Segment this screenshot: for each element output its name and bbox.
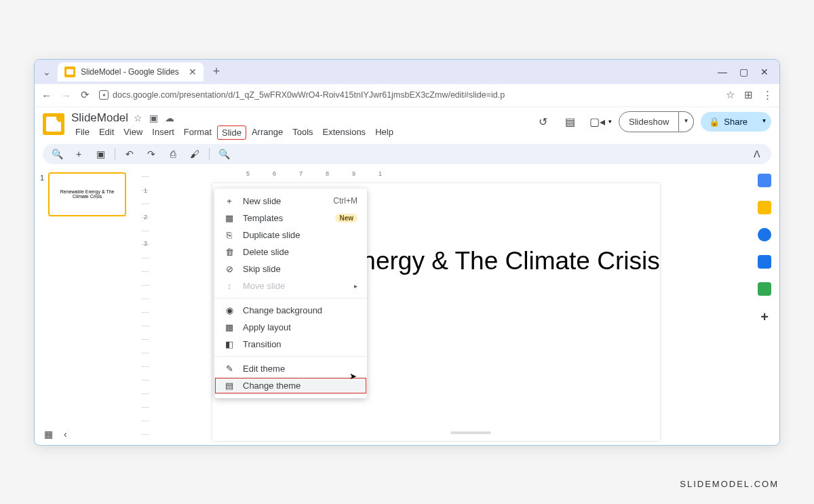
share-button[interactable]: 🔒 Share [701, 112, 757, 132]
redo-icon[interactable]: ↷ [144, 147, 159, 161]
calendar-icon[interactable] [758, 174, 771, 187]
browser-window: ⌄ SlideModel - Google Slides ✕ + — ▢ ✕ ←… [34, 59, 780, 446]
contacts-icon[interactable] [758, 255, 771, 269]
new-slide-icon[interactable]: + [71, 147, 86, 161]
tab-title: SlideModel - Google Slides [81, 67, 179, 77]
slideshow-button[interactable]: Slideshow [619, 111, 679, 132]
trash-icon: 🗑 [224, 247, 235, 257]
share-dropdown[interactable]: ▾ [757, 112, 771, 132]
meet-icon[interactable]: ▢◂ [587, 111, 607, 132]
footer-controls: ▦ ‹ [44, 429, 67, 440]
layout-icon[interactable]: ▣ [93, 147, 108, 161]
skip-icon: ⊘ [224, 264, 235, 274]
menu-edit-theme[interactable]: ✎ Edit theme [214, 360, 367, 377]
undo-icon[interactable]: ↶ [122, 147, 137, 161]
menu-apply-layout[interactable]: ▦ Apply layout [214, 319, 367, 336]
browser-tab[interactable]: SlideModel - Google Slides ✕ [58, 62, 204, 81]
watermark: SLIDEMODEL.COM [680, 479, 779, 489]
menu-slide[interactable]: Slide [217, 125, 246, 140]
lock-icon: 🔒 [709, 117, 720, 127]
menu-insert[interactable]: Insert [148, 125, 178, 140]
slide-thumbnail[interactable]: Renewable Energy & The Climate Crisis [48, 172, 126, 216]
browser-tabbar: ⌄ SlideModel - Google Slides ✕ + — ▢ ✕ [35, 60, 779, 84]
layout-grid-icon: ▦ [224, 322, 235, 332]
menu-view[interactable]: View [119, 125, 147, 140]
back-button[interactable]: ← [41, 90, 52, 101]
menu-delete-slide[interactable]: 🗑 Delete slide [214, 244, 367, 260]
slideshow-dropdown[interactable]: ▾ [679, 111, 694, 132]
expand-toolbar-icon[interactable]: ᐱ [750, 147, 764, 161]
menu-arrange[interactable]: Arrange [248, 125, 287, 140]
menu-tools[interactable]: Tools [288, 125, 317, 140]
menu-move-slide: ↕ Move slide ▸ [214, 277, 367, 294]
transition-icon: ◧ [224, 339, 235, 349]
menu-templates[interactable]: ▦ Templates New [214, 210, 367, 227]
menu-extensions[interactable]: Extensions [319, 125, 370, 140]
address-bar: ← → ⟳ ✦ docs.google.com/presentation/d/1… [35, 84, 779, 107]
extensions-icon[interactable]: ⊞ [744, 89, 753, 101]
menu-change-theme[interactable]: ▤ Change theme [214, 377, 367, 394]
slides-favicon-icon [64, 66, 75, 77]
tab-search-icon[interactable]: ⌄ [40, 65, 54, 79]
url-text: docs.google.com/presentation/d/1_qZ_5wFR… [113, 90, 505, 100]
document-title[interactable]: SlideModel [71, 111, 128, 125]
palette-icon: ✎ [224, 364, 235, 374]
duplicate-icon: ⎘ [224, 230, 235, 240]
history-icon[interactable]: ↺ [532, 111, 553, 132]
workspace: 1 Renewable Energy & The Climate Crisis … [35, 168, 779, 444]
comments-icon[interactable]: ▤ [560, 111, 580, 132]
maps-icon[interactable] [758, 282, 771, 296]
menu-edit[interactable]: Edit [95, 125, 118, 140]
reload-button[interactable]: ⟳ [81, 89, 90, 101]
paint-format-icon[interactable]: 🖌 [187, 147, 202, 161]
minimize-button[interactable]: — [718, 66, 727, 77]
meet-dropdown-icon[interactable]: ▾ [608, 118, 612, 125]
bookmark-icon[interactable]: ☆ [726, 89, 735, 101]
menu-transition[interactable]: ◧ Transition [214, 336, 367, 353]
menu-separator [214, 356, 367, 357]
close-tab-icon[interactable]: ✕ [189, 66, 197, 77]
prev-slide-icon[interactable]: ‹ [64, 429, 67, 440]
forward-button: → [61, 90, 71, 101]
move-slide-icon: ↕ [224, 281, 235, 291]
menu-bar: File Edit View Insert Format Slide Arran… [71, 125, 398, 140]
tasks-icon[interactable] [758, 228, 771, 241]
submenu-arrow-icon: ▸ [354, 282, 357, 290]
url-box[interactable]: ✦ docs.google.com/presentation/d/1_qZ_5w… [99, 90, 716, 100]
menu-format[interactable]: Format [180, 125, 216, 140]
grid-view-icon[interactable]: ▦ [44, 429, 53, 440]
thumb-number: 1 [40, 172, 44, 216]
site-info-icon[interactable]: ✦ [99, 90, 109, 100]
cursor-icon: ➤ [349, 371, 357, 381]
print-icon[interactable]: ⎙ [166, 147, 180, 161]
browser-menu-icon[interactable]: ⋮ [762, 89, 773, 101]
menu-skip-slide[interactable]: ⊘ Skip slide [214, 260, 367, 277]
theme-icon: ▤ [224, 381, 235, 391]
menu-change-background[interactable]: ◉ Change background [214, 302, 367, 319]
menu-file[interactable]: File [71, 125, 94, 140]
zoom-icon[interactable]: 🔍 [216, 147, 231, 161]
slides-logo-icon[interactable] [43, 113, 64, 135]
templates-icon: ▦ [224, 213, 235, 223]
app-header: SlideModel ☆ ▣ ☁ File Edit View Insert F… [35, 107, 779, 140]
plus-icon: + [224, 196, 235, 206]
menu-separator [214, 298, 367, 298]
search-menus-icon[interactable]: 🔍 [50, 147, 64, 161]
menu-duplicate-slide[interactable]: ⎘ Duplicate slide [214, 227, 367, 244]
star-icon[interactable]: ☆ [134, 113, 142, 123]
menu-new-slide[interactable]: + New slide Ctrl+M [214, 193, 367, 210]
cloud-status-icon[interactable]: ☁ [165, 113, 174, 123]
vertical-ruler: 1 2 3 [136, 168, 151, 444]
drop-icon: ◉ [224, 305, 235, 315]
close-window-button[interactable]: ✕ [760, 66, 769, 77]
add-on-plus-icon[interactable]: + [760, 309, 769, 325]
new-tab-button[interactable]: + [213, 64, 220, 79]
menu-help[interactable]: Help [371, 125, 398, 140]
move-icon[interactable]: ▣ [149, 113, 158, 123]
maximize-button[interactable]: ▢ [739, 66, 748, 77]
slide-filmstrip: 1 Renewable Energy & The Climate Crisis [35, 168, 136, 444]
keep-icon[interactable] [758, 201, 771, 214]
toolbar: 🔍 + ▣ ↶ ↷ ⎙ 🖌 🔍 ᐱ [43, 144, 771, 164]
scrollbar[interactable] [450, 431, 491, 434]
horizontal-ruler: 5 6 7 8 9 1 [151, 168, 750, 179]
